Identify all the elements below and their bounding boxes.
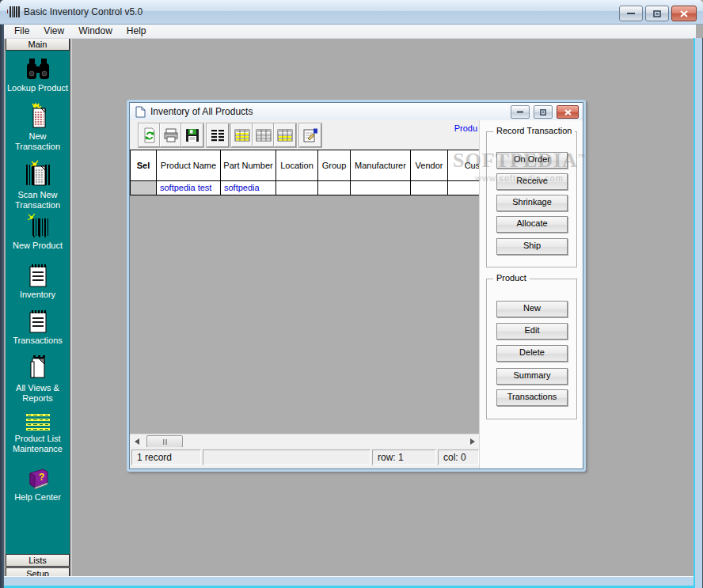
sidebar: Main Lookup Product bbox=[6, 38, 70, 580]
menu-window[interactable]: Window bbox=[71, 24, 120, 38]
action-panel: Record Transaction On Order Receive Shri… bbox=[479, 120, 583, 469]
table-icon bbox=[210, 129, 226, 142]
sidebar-item-label: Scan New Transaction bbox=[6, 190, 70, 211]
menu-view[interactable]: View bbox=[36, 24, 71, 38]
table-row[interactable]: softpedia test softpedia bbox=[130, 181, 479, 195]
sidebar-item-product-list-maintenance[interactable]: Product List Maintenance bbox=[6, 413, 70, 454]
transactions-button[interactable]: Transactions bbox=[496, 389, 568, 406]
column-header-manufacturer[interactable]: Manufacturer bbox=[351, 150, 411, 181]
receive-button[interactable]: Receive bbox=[496, 173, 568, 190]
child-window-title: Inventory of All Products bbox=[150, 106, 253, 117]
arrow-right-icon bbox=[470, 438, 475, 445]
child-titlebar[interactable]: Inventory of All Products bbox=[130, 103, 583, 121]
save-icon bbox=[185, 128, 200, 142]
sidebar-item-label: Lookup Product bbox=[6, 83, 70, 93]
close-button[interactable] bbox=[671, 6, 697, 21]
sidebar-item-lookup-product[interactable]: Lookup Product bbox=[6, 58, 70, 93]
sidebar-item-label: New Product bbox=[6, 241, 70, 251]
on-order-button[interactable]: On Order bbox=[496, 152, 568, 169]
status-bar: 1 record row: 1 col: 0 bbox=[130, 447, 479, 469]
sidebar-item-new-transaction[interactable]: New Transaction bbox=[6, 103, 70, 152]
titlebar[interactable]: Basic Inventory Control v5.0 bbox=[0, 0, 703, 25]
menubar: File View Window Help bbox=[4, 24, 696, 39]
column-header-location[interactable]: Location bbox=[276, 150, 318, 181]
grid-view-selected-button[interactable] bbox=[274, 123, 296, 147]
summary-button[interactable]: Summary bbox=[496, 368, 568, 385]
properties-icon bbox=[302, 128, 318, 142]
ship-button[interactable]: Ship bbox=[496, 238, 568, 255]
window-title: Basic Inventory Control v5.0 bbox=[24, 6, 142, 17]
window-border-right bbox=[694, 38, 703, 588]
column-header-vendor[interactable]: Vendor bbox=[411, 150, 448, 181]
products-grid[interactable]: Sel Product Name Part Number Location Gr… bbox=[130, 150, 479, 434]
column-header-sel[interactable]: Sel bbox=[130, 150, 157, 181]
menu-file[interactable]: File bbox=[7, 24, 36, 38]
new-button[interactable]: New bbox=[496, 301, 568, 317]
record-transaction-group-label: Record Transaction bbox=[493, 126, 575, 135]
horizontal-scrollbar[interactable] bbox=[130, 434, 479, 448]
product-group: Product New Edit Delete Summary Transact… bbox=[486, 279, 577, 419]
cell-location[interactable] bbox=[276, 181, 318, 195]
refresh-icon bbox=[142, 127, 157, 143]
sidebar-item-help-center[interactable]: ? Help Center bbox=[6, 467, 70, 503]
grip-icon bbox=[163, 439, 164, 445]
allocate-button[interactable]: Allocate bbox=[496, 216, 568, 233]
window-border-left bbox=[0, 0, 4, 588]
application-window: Basic Inventory Control v5.0 File View W… bbox=[0, 0, 703, 588]
arrow-left-icon bbox=[135, 438, 139, 445]
product-group-label: Product bbox=[493, 273, 530, 283]
table-highlight-rows-icon bbox=[277, 129, 293, 142]
save-button[interactable] bbox=[181, 123, 203, 147]
table-columns-icon bbox=[256, 129, 272, 142]
child-close-button[interactable] bbox=[557, 105, 579, 119]
help-book-icon: ? bbox=[25, 467, 51, 491]
column-header-part-number[interactable]: Part Number bbox=[221, 150, 276, 181]
sidebar-item-scan-new-transaction[interactable]: Scan New Transaction bbox=[6, 160, 70, 211]
grid-view-button[interactable] bbox=[253, 123, 275, 147]
child-restore-button[interactable] bbox=[534, 105, 553, 119]
sidebar-tab-lists[interactable]: Lists bbox=[6, 554, 70, 567]
grid-area: Produ Sel Product Name Part Number Locat… bbox=[130, 120, 479, 469]
sidebar-item-new-product[interactable]: New Product bbox=[6, 214, 70, 251]
grid-header-row: Sel Product Name Part Number Location Gr… bbox=[130, 150, 479, 181]
hscrollbar-thumb[interactable] bbox=[146, 435, 183, 448]
shrinkage-button[interactable]: Shrinkage bbox=[496, 195, 568, 211]
view-list-button[interactable] bbox=[207, 123, 229, 147]
cell-manufacturer[interactable] bbox=[351, 181, 411, 195]
grid-view-all-button[interactable] bbox=[231, 123, 253, 147]
print-button[interactable] bbox=[160, 123, 182, 147]
cell-part-number[interactable]: softpedia bbox=[221, 181, 276, 195]
scan-transaction-receipt-barcode-icon bbox=[25, 160, 51, 188]
restore-icon bbox=[540, 109, 546, 116]
cell-customer[interactable] bbox=[448, 181, 479, 195]
scroll-left-button[interactable] bbox=[131, 435, 142, 447]
minimize-button[interactable] bbox=[619, 6, 643, 21]
menu-help[interactable]: Help bbox=[120, 24, 154, 38]
sidebar-item-label: Product List Maintenance bbox=[6, 434, 70, 454]
cell-vendor[interactable] bbox=[411, 181, 448, 195]
window-border-bottom bbox=[0, 576, 703, 588]
delete-button[interactable]: Delete bbox=[496, 345, 568, 362]
child-minimize-button[interactable] bbox=[511, 105, 530, 119]
column-header-customer[interactable]: Customer bbox=[448, 150, 479, 181]
edit-button[interactable]: Edit bbox=[496, 323, 568, 340]
sidebar-item-label: All Views & Reports bbox=[6, 383, 70, 404]
cell-sel[interactable] bbox=[130, 181, 157, 195]
sidebar-item-inventory[interactable]: Inventory bbox=[6, 263, 70, 300]
status-record-count: 1 record bbox=[131, 450, 201, 465]
column-header-group[interactable]: Group bbox=[318, 150, 351, 181]
cell-group[interactable] bbox=[318, 181, 351, 195]
column-header-product-name[interactable]: Product Name bbox=[157, 150, 221, 181]
refresh-button[interactable] bbox=[139, 123, 161, 147]
restore-icon bbox=[653, 10, 661, 17]
product-views-link[interactable]: Produ bbox=[454, 123, 477, 133]
sidebar-item-transactions[interactable]: Transactions bbox=[6, 309, 70, 346]
cell-product-name[interactable]: softpedia test bbox=[157, 181, 221, 195]
sidebar-item-all-views-reports[interactable]: All Views & Reports bbox=[6, 355, 70, 404]
status-col: col: 0 bbox=[438, 450, 479, 465]
sidebar-tab-main[interactable]: Main bbox=[6, 38, 70, 51]
sidebar-item-label: Help Center bbox=[6, 492, 70, 503]
properties-button[interactable] bbox=[299, 123, 321, 147]
maximize-button[interactable] bbox=[645, 6, 669, 21]
scroll-right-button[interactable] bbox=[466, 435, 478, 447]
